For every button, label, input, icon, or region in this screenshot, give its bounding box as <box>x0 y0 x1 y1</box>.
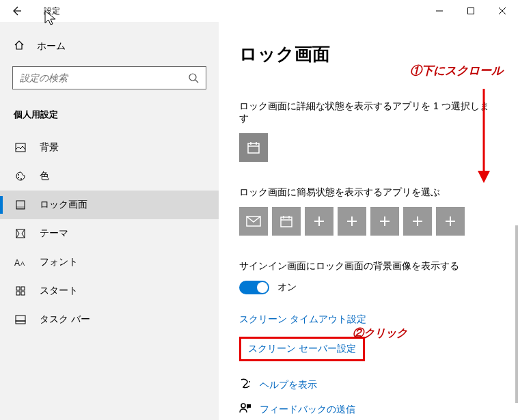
nav-background[interactable]: 背景 <box>0 133 219 162</box>
maximize-button[interactable] <box>455 0 487 22</box>
nav-label: フォント <box>40 256 78 268</box>
picture-icon <box>14 142 27 153</box>
window-controls <box>424 0 518 22</box>
svg-text:A: A <box>14 258 20 267</box>
feedback-row: フィードバックの送信 <box>239 402 497 417</box>
annotation-scroll: ①下にスクロール <box>410 63 503 79</box>
start-icon <box>14 285 27 296</box>
calendar-icon <box>280 214 293 228</box>
search-icon <box>188 72 199 83</box>
screensaver-link-highlight: スクリーン セーバー設定 <box>239 337 365 361</box>
svg-rect-20 <box>16 316 25 321</box>
help-link[interactable]: ヘルプを表示 <box>260 379 317 391</box>
feedback-icon <box>239 402 251 417</box>
svg-rect-11 <box>16 206 25 209</box>
detail-status-label: ロック画面に詳細な状態を表示するアプリを 1 つ選択します <box>239 100 497 125</box>
nav-label: 背景 <box>40 141 59 154</box>
quick-tile-mail[interactable] <box>239 207 268 236</box>
svg-point-9 <box>21 178 22 180</box>
nav-label: スタート <box>40 285 78 297</box>
home-icon <box>14 40 25 53</box>
svg-point-8 <box>18 177 19 178</box>
svg-rect-18 <box>21 292 25 295</box>
signin-bg-label: サインイン画面にロック画面の背景画像を表示する <box>239 260 497 272</box>
minimize-button[interactable] <box>424 0 455 22</box>
quick-tile-add-3[interactable] <box>370 207 399 236</box>
nav-start[interactable]: スタート <box>0 277 219 305</box>
signin-bg-toggle-row: オン <box>239 281 497 294</box>
scrollbar[interactable] <box>515 225 518 403</box>
theme-icon <box>14 228 27 239</box>
svg-rect-1 <box>468 8 474 14</box>
quick-app-row <box>239 207 497 236</box>
plus-icon <box>313 215 325 227</box>
sidebar: ホーム 個人用設定 背景 色 ロック画面 テーマ AA フォント ス <box>0 22 219 420</box>
svg-point-40 <box>249 381 250 382</box>
nav-themes[interactable]: テーマ <box>0 219 219 248</box>
mail-icon <box>246 216 261 227</box>
quick-tile-add-5[interactable] <box>436 207 465 236</box>
svg-point-4 <box>189 74 196 81</box>
nav-label: 色 <box>40 170 49 182</box>
nav-lockscreen[interactable]: ロック画面 <box>0 191 219 219</box>
svg-rect-19 <box>16 321 25 324</box>
svg-rect-21 <box>248 143 259 153</box>
svg-point-41 <box>241 404 245 408</box>
home-label: ホーム <box>37 40 66 53</box>
arrow-left-icon <box>11 5 22 16</box>
svg-rect-15 <box>16 287 20 290</box>
nav-colors[interactable]: 色 <box>0 162 219 191</box>
search-input[interactable] <box>20 72 188 83</box>
svg-text:A: A <box>21 260 25 267</box>
plus-icon <box>444 215 456 227</box>
window-title: 設定 <box>44 5 60 17</box>
plus-icon <box>411 215 424 227</box>
taskbar-icon <box>14 314 27 325</box>
arrow-down-icon <box>476 89 492 184</box>
nav-label: タスク バー <box>40 313 90 326</box>
font-icon: AA <box>14 257 27 267</box>
back-button[interactable] <box>5 0 27 22</box>
svg-rect-16 <box>21 287 25 290</box>
close-button[interactable] <box>487 0 518 22</box>
signin-bg-toggle[interactable] <box>239 281 269 294</box>
svg-rect-26 <box>281 217 292 227</box>
detail-app-tile[interactable] <box>239 133 268 162</box>
palette-icon <box>14 171 27 182</box>
quick-tile-add-4[interactable] <box>403 207 432 236</box>
main-panel: ロック画面 ロック画面に詳細な状態を表示するアプリを 1 つ選択します ロック画… <box>219 22 518 420</box>
screensaver-link[interactable]: スクリーン セーバー設定 <box>248 343 356 355</box>
quick-tile-add-1[interactable] <box>305 207 333 236</box>
nav-fonts[interactable]: AA フォント <box>0 248 219 277</box>
detail-app-row <box>239 133 497 162</box>
annotation-click: ②クリック <box>353 326 407 341</box>
nav-taskbar[interactable]: タスク バー <box>0 305 219 334</box>
quick-tile-calendar[interactable] <box>272 207 301 236</box>
section-label: 個人用設定 <box>0 102 219 133</box>
toggle-state-label: オン <box>277 281 297 294</box>
svg-line-5 <box>195 80 198 83</box>
home-button[interactable]: ホーム <box>0 33 219 59</box>
plus-icon <box>379 215 391 227</box>
feedback-link[interactable]: フィードバックの送信 <box>260 404 355 416</box>
nav-label: ロック画面 <box>40 199 87 211</box>
help-icon <box>239 378 251 393</box>
help-row: ヘルプを表示 <box>239 378 497 393</box>
quick-tile-add-2[interactable] <box>338 207 366 236</box>
timeout-link[interactable]: スクリーン タイムアウト設定 <box>239 313 497 326</box>
titlebar: 設定 <box>0 0 518 22</box>
svg-point-7 <box>18 174 19 176</box>
svg-rect-17 <box>16 292 20 295</box>
plus-icon <box>346 215 358 227</box>
search-box[interactable] <box>12 66 206 89</box>
quick-status-label: ロック画面に簡易状態を表示するアプリを選ぶ <box>239 186 497 199</box>
nav-label: テーマ <box>40 227 68 240</box>
calendar-icon <box>247 141 260 154</box>
lockscreen-icon <box>14 199 27 210</box>
